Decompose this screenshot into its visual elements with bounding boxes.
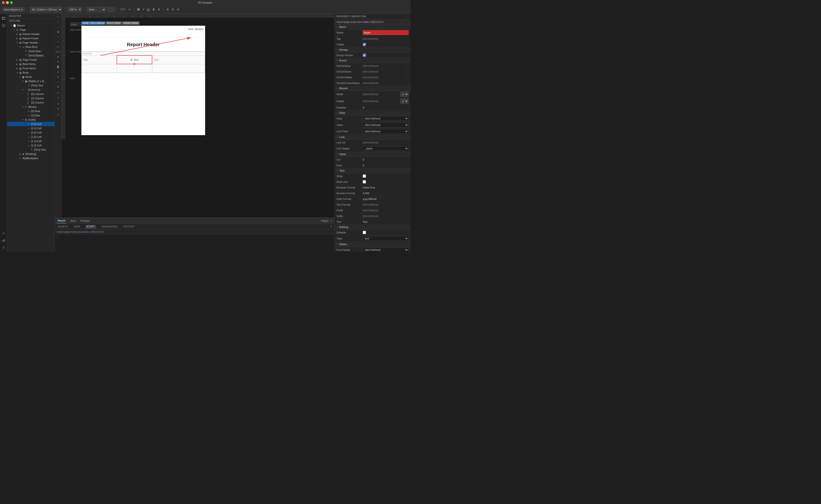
tree-item-page-header[interactable]: ▤ Page Header [7,40,54,45]
traffic-lights[interactable] [2,1,13,4]
cut-tool[interactable]: ✂ [56,80,60,84]
text-dots[interactable]: ··· [405,220,409,224]
add-page-btn[interactable]: + [331,219,332,223]
prop-menu-icon[interactable]: ··· [406,15,409,18]
tree-item-text-date[interactable]: T [Text] Date: [7,49,54,53]
cell-1-2[interactable] [152,64,205,73]
section-design[interactable]: Design [335,47,411,52]
tree-item-columns[interactable]: ⋮ [Columns] [7,88,54,92]
plus-circle-tool[interactable]: ⊕ [56,113,60,117]
cell-0-0-left[interactable]: Text [82,55,117,64]
type-select[interactable]: text [363,236,409,241]
hi-tool[interactable]: HI [56,91,60,95]
property-scroll[interactable]: Basic Name Tag (Not Defined) Visible [335,25,411,252]
page-size-select[interactable]: A4, 210mm × 297mm [30,7,62,12]
wrap-checkbox[interactable] [363,174,366,178]
tree-item-text-text2[interactable]: T [Text] Text [7,148,54,152]
page-btn[interactable]: PAGE - 702 x 1009 px [81,21,105,25]
tree-item-items[interactable]: ▦ Items [7,75,54,79]
report-table[interactable]: Text ⊕ Text ⚙ [81,55,205,73]
tab-assets[interactable]: ASSETS [57,225,69,228]
tree-item-cell-11[interactable]: ○ [1,1] Cell [7,139,54,143]
linkfield-select[interactable]: (Not Defined) [363,129,409,134]
tab-preview[interactable]: Preview [79,218,91,223]
back-items-btn[interactable]: BACK ITEMS [106,21,122,25]
tree-item-col-2[interactable]: ▏ [2] Column [7,100,54,105]
explorer-icon[interactable] [1,16,6,21]
settings-icon[interactable] [1,245,6,250]
tree-item-col-0[interactable]: ▏ [0] Column [7,92,54,96]
zoom-select[interactable]: 100 % [67,7,82,12]
tree-item-front-items[interactable]: ▤ Front Items [7,66,54,70]
maximize-button[interactable] [10,1,13,4]
tree-item-report-header[interactable]: ▤ Report Header [7,32,54,36]
close-script-btn[interactable]: ✕ [330,225,332,228]
tree-item-report-footer[interactable]: ▤ Report Footer [7,36,54,40]
tab-script[interactable]: SCRIPT [85,225,96,228]
width-unit-select[interactable]: px [400,92,409,97]
multiline-checkbox[interactable] [363,180,366,183]
tree-item-cell-00[interactable]: ○ [0,0] Cell [7,122,54,126]
tree-item-row-box[interactable]: ▭ [Row Box] [7,45,54,49]
tree-item-addbodyitem[interactable]: + AddBodyItem [7,156,54,160]
align-left-btn[interactable]: ≡ [166,7,170,12]
star-tool[interactable]: ★ [56,60,60,64]
visible-checkbox[interactable] [363,43,366,46]
section-styles[interactable]: Styles [335,242,411,247]
linktarget-select[interactable]: _blank [363,146,409,151]
name-input[interactable] [363,30,409,35]
section-event[interactable]: Event [335,58,411,63]
table-tool-row2[interactable]: ⊞ [56,107,60,111]
user-icon[interactable] [1,231,6,236]
bold-btn[interactable]: B [137,7,141,12]
ongetvisible-dots[interactable]: ··· [405,75,409,79]
rect-tool[interactable]: □ [56,25,60,29]
tree-item-page-footer[interactable]: ▤ Page Footer [7,58,54,62]
section-text[interactable]: Text [335,168,411,173]
transform-tool[interactable]: ⊠ [56,85,60,89]
text-tool[interactable]: T [56,35,60,39]
section-basic[interactable]: Basic [335,25,411,30]
image-tools[interactable]: 🖼 [56,30,60,34]
minimize-button[interactable] [6,1,9,4]
design-border-checkbox[interactable] [363,54,366,57]
tree-item-page[interactable]: 🗋 Page [7,28,54,32]
grid-tool-3[interactable]: ⊡ [56,96,60,100]
chart-icon[interactable] [1,238,6,243]
cell-1-0[interactable] [82,64,117,73]
tree-item-body[interactable]: ▤ Body [7,70,54,75]
ongetstyles-dots[interactable]: ··· [405,70,409,74]
table-tool-2[interactable]: ⊞ [56,75,60,79]
tree-item-table[interactable]: ▦ [Table] (2 x 3) [7,79,54,83]
barcode-tool[interactable]: ▐▌ [56,65,60,69]
code-area[interactable] [65,235,332,251]
code-tool[interactable]: </> [56,45,60,49]
tab-json[interactable]: Json [69,218,77,223]
page-document[interactable]: Date: ${date} Report Header [Floating] [81,26,205,135]
tree-item-cell-10[interactable]: ○ [1,0] Cell [7,135,54,139]
tab-history[interactable]: HISTORY [122,225,136,228]
layers-icon[interactable] [1,23,6,28]
height-unit-select[interactable]: px [400,99,409,104]
section-table[interactable]: Table [335,152,411,157]
tree-item-report[interactable]: 📄 Report [7,23,54,28]
tree-item-cell-12[interactable]: ○ [1,2] Cell [7,143,54,148]
underline-btn[interactable]: U [146,7,150,12]
data-select[interactable]: (Not Defined) [363,116,409,121]
tree-item-rows[interactable]: ≡ [Rows] [7,105,54,109]
tree-item-floating[interactable]: ⊕ [Floating] [7,152,54,156]
document-tab[interactable]: New Report-1 [2,7,25,12]
fontfamily-select[interactable]: (Not Defined) [363,247,409,252]
align-center-btn[interactable]: ≡ [171,7,175,12]
table-tool-row1[interactable]: ⊟ [56,102,60,106]
value-select[interactable]: (Not Defined) [363,123,409,127]
italic-btn[interactable]: I [142,7,145,12]
desktop-menu-icon[interactable]: ··· [50,15,53,17]
add-btn[interactable]: + [128,7,132,12]
editable-checkbox[interactable] [363,231,366,234]
tab-report[interactable]: Report [57,218,66,223]
select-tool[interactable]: ↖ [56,15,60,19]
table-tool-1[interactable]: ⊟ [56,70,60,74]
sigma-tool[interactable]: Σ [56,40,60,44]
font-select[interactable]: Arial [87,7,106,12]
